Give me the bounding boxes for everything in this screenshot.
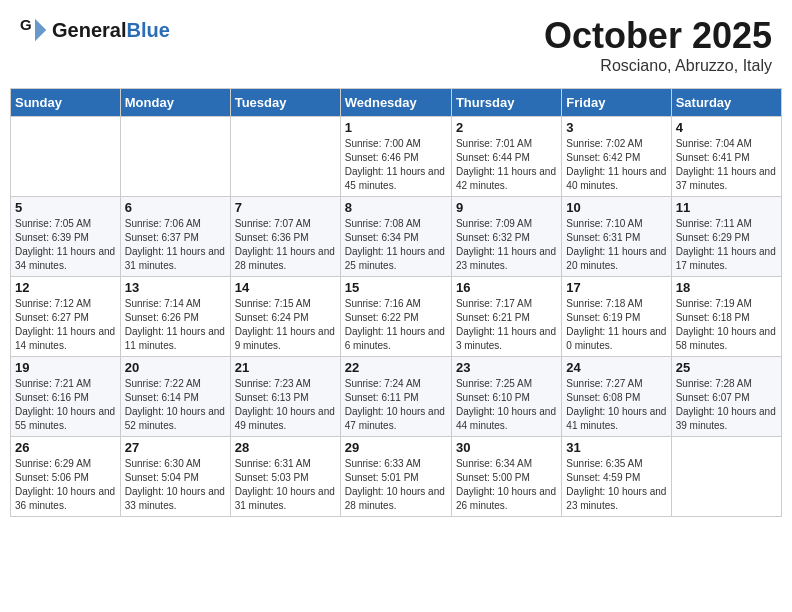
day-number: 26 — [15, 440, 116, 455]
day-cell-14: 14Sunrise: 7:15 AM Sunset: 6:24 PM Dayli… — [230, 277, 340, 357]
day-info: Sunrise: 7:02 AM Sunset: 6:42 PM Dayligh… — [566, 137, 666, 193]
day-info: Sunrise: 7:24 AM Sunset: 6:11 PM Dayligh… — [345, 377, 447, 433]
day-info: Sunrise: 6:33 AM Sunset: 5:01 PM Dayligh… — [345, 457, 447, 513]
day-number: 27 — [125, 440, 226, 455]
day-cell-9: 9Sunrise: 7:09 AM Sunset: 6:32 PM Daylig… — [451, 197, 561, 277]
day-cell-27: 27Sunrise: 6:30 AM Sunset: 5:04 PM Dayli… — [120, 437, 230, 517]
logo: G GeneralBlue — [20, 15, 170, 45]
day-cell-30: 30Sunrise: 6:34 AM Sunset: 5:00 PM Dayli… — [451, 437, 561, 517]
day-number: 8 — [345, 200, 447, 215]
day-number: 4 — [676, 120, 777, 135]
day-cell-17: 17Sunrise: 7:18 AM Sunset: 6:19 PM Dayli… — [562, 277, 671, 357]
day-number: 17 — [566, 280, 666, 295]
week-row-4: 19Sunrise: 7:21 AM Sunset: 6:16 PM Dayli… — [11, 357, 782, 437]
week-row-5: 26Sunrise: 6:29 AM Sunset: 5:06 PM Dayli… — [11, 437, 782, 517]
day-info: Sunrise: 7:11 AM Sunset: 6:29 PM Dayligh… — [676, 217, 777, 273]
day-number: 31 — [566, 440, 666, 455]
day-number: 7 — [235, 200, 336, 215]
day-cell-15: 15Sunrise: 7:16 AM Sunset: 6:22 PM Dayli… — [340, 277, 451, 357]
day-info: Sunrise: 7:16 AM Sunset: 6:22 PM Dayligh… — [345, 297, 447, 353]
day-number: 25 — [676, 360, 777, 375]
empty-cell — [120, 117, 230, 197]
day-number: 16 — [456, 280, 557, 295]
day-number: 10 — [566, 200, 666, 215]
logo-blue: Blue — [126, 19, 169, 41]
day-info: Sunrise: 7:14 AM Sunset: 6:26 PM Dayligh… — [125, 297, 226, 353]
empty-cell — [11, 117, 121, 197]
day-info: Sunrise: 7:17 AM Sunset: 6:21 PM Dayligh… — [456, 297, 557, 353]
day-info: Sunrise: 7:07 AM Sunset: 6:36 PM Dayligh… — [235, 217, 336, 273]
day-cell-24: 24Sunrise: 7:27 AM Sunset: 6:08 PM Dayli… — [562, 357, 671, 437]
day-info: Sunrise: 7:05 AM Sunset: 6:39 PM Dayligh… — [15, 217, 116, 273]
logo-general: General — [52, 19, 126, 41]
day-cell-12: 12Sunrise: 7:12 AM Sunset: 6:27 PM Dayli… — [11, 277, 121, 357]
day-info: Sunrise: 7:10 AM Sunset: 6:31 PM Dayligh… — [566, 217, 666, 273]
day-cell-8: 8Sunrise: 7:08 AM Sunset: 6:34 PM Daylig… — [340, 197, 451, 277]
day-number: 1 — [345, 120, 447, 135]
day-info: Sunrise: 7:06 AM Sunset: 6:37 PM Dayligh… — [125, 217, 226, 273]
day-info: Sunrise: 6:35 AM Sunset: 4:59 PM Dayligh… — [566, 457, 666, 513]
day-cell-29: 29Sunrise: 6:33 AM Sunset: 5:01 PM Dayli… — [340, 437, 451, 517]
week-row-3: 12Sunrise: 7:12 AM Sunset: 6:27 PM Dayli… — [11, 277, 782, 357]
day-number: 15 — [345, 280, 447, 295]
day-number: 22 — [345, 360, 447, 375]
day-info: Sunrise: 6:29 AM Sunset: 5:06 PM Dayligh… — [15, 457, 116, 513]
day-cell-7: 7Sunrise: 7:07 AM Sunset: 6:36 PM Daylig… — [230, 197, 340, 277]
day-header-friday: Friday — [562, 89, 671, 117]
day-cell-26: 26Sunrise: 6:29 AM Sunset: 5:06 PM Dayli… — [11, 437, 121, 517]
day-header-wednesday: Wednesday — [340, 89, 451, 117]
day-number: 29 — [345, 440, 447, 455]
day-cell-21: 21Sunrise: 7:23 AM Sunset: 6:13 PM Dayli… — [230, 357, 340, 437]
day-number: 9 — [456, 200, 557, 215]
day-header-tuesday: Tuesday — [230, 89, 340, 117]
day-cell-1: 1Sunrise: 7:00 AM Sunset: 6:46 PM Daylig… — [340, 117, 451, 197]
svg-marker-1 — [35, 19, 46, 42]
day-info: Sunrise: 7:15 AM Sunset: 6:24 PM Dayligh… — [235, 297, 336, 353]
day-cell-22: 22Sunrise: 7:24 AM Sunset: 6:11 PM Dayli… — [340, 357, 451, 437]
day-number: 20 — [125, 360, 226, 375]
day-number: 14 — [235, 280, 336, 295]
logo-icon: G — [20, 15, 50, 45]
day-number: 23 — [456, 360, 557, 375]
day-info: Sunrise: 7:18 AM Sunset: 6:19 PM Dayligh… — [566, 297, 666, 353]
day-info: Sunrise: 7:27 AM Sunset: 6:08 PM Dayligh… — [566, 377, 666, 433]
day-cell-5: 5Sunrise: 7:05 AM Sunset: 6:39 PM Daylig… — [11, 197, 121, 277]
day-info: Sunrise: 6:34 AM Sunset: 5:00 PM Dayligh… — [456, 457, 557, 513]
day-number: 18 — [676, 280, 777, 295]
days-header-row: SundayMondayTuesdayWednesdayThursdayFrid… — [11, 89, 782, 117]
day-info: Sunrise: 7:04 AM Sunset: 6:41 PM Dayligh… — [676, 137, 777, 193]
day-info: Sunrise: 7:23 AM Sunset: 6:13 PM Dayligh… — [235, 377, 336, 433]
day-info: Sunrise: 6:30 AM Sunset: 5:04 PM Dayligh… — [125, 457, 226, 513]
day-number: 12 — [15, 280, 116, 295]
day-info: Sunrise: 7:28 AM Sunset: 6:07 PM Dayligh… — [676, 377, 777, 433]
month-title: October 2025 — [544, 15, 772, 57]
week-row-2: 5Sunrise: 7:05 AM Sunset: 6:39 PM Daylig… — [11, 197, 782, 277]
day-number: 28 — [235, 440, 336, 455]
day-info: Sunrise: 7:21 AM Sunset: 6:16 PM Dayligh… — [15, 377, 116, 433]
day-cell-3: 3Sunrise: 7:02 AM Sunset: 6:42 PM Daylig… — [562, 117, 671, 197]
day-info: Sunrise: 7:01 AM Sunset: 6:44 PM Dayligh… — [456, 137, 557, 193]
day-info: Sunrise: 7:12 AM Sunset: 6:27 PM Dayligh… — [15, 297, 116, 353]
day-header-sunday: Sunday — [11, 89, 121, 117]
empty-cell — [230, 117, 340, 197]
day-info: Sunrise: 7:08 AM Sunset: 6:34 PM Dayligh… — [345, 217, 447, 273]
calendar: SundayMondayTuesdayWednesdayThursdayFrid… — [10, 88, 782, 517]
day-cell-6: 6Sunrise: 7:06 AM Sunset: 6:37 PM Daylig… — [120, 197, 230, 277]
day-number: 6 — [125, 200, 226, 215]
day-cell-10: 10Sunrise: 7:10 AM Sunset: 6:31 PM Dayli… — [562, 197, 671, 277]
day-header-saturday: Saturday — [671, 89, 781, 117]
svg-text:G: G — [20, 16, 32, 33]
day-cell-13: 13Sunrise: 7:14 AM Sunset: 6:26 PM Dayli… — [120, 277, 230, 357]
day-cell-19: 19Sunrise: 7:21 AM Sunset: 6:16 PM Dayli… — [11, 357, 121, 437]
day-cell-4: 4Sunrise: 7:04 AM Sunset: 6:41 PM Daylig… — [671, 117, 781, 197]
empty-cell — [671, 437, 781, 517]
day-info: Sunrise: 7:25 AM Sunset: 6:10 PM Dayligh… — [456, 377, 557, 433]
day-number: 13 — [125, 280, 226, 295]
day-info: Sunrise: 7:09 AM Sunset: 6:32 PM Dayligh… — [456, 217, 557, 273]
page-header: G GeneralBlue October 2025 Rosciano, Abr… — [10, 10, 782, 80]
day-number: 5 — [15, 200, 116, 215]
week-row-1: 1Sunrise: 7:00 AM Sunset: 6:46 PM Daylig… — [11, 117, 782, 197]
day-cell-16: 16Sunrise: 7:17 AM Sunset: 6:21 PM Dayli… — [451, 277, 561, 357]
day-cell-23: 23Sunrise: 7:25 AM Sunset: 6:10 PM Dayli… — [451, 357, 561, 437]
day-cell-31: 31Sunrise: 6:35 AM Sunset: 4:59 PM Dayli… — [562, 437, 671, 517]
